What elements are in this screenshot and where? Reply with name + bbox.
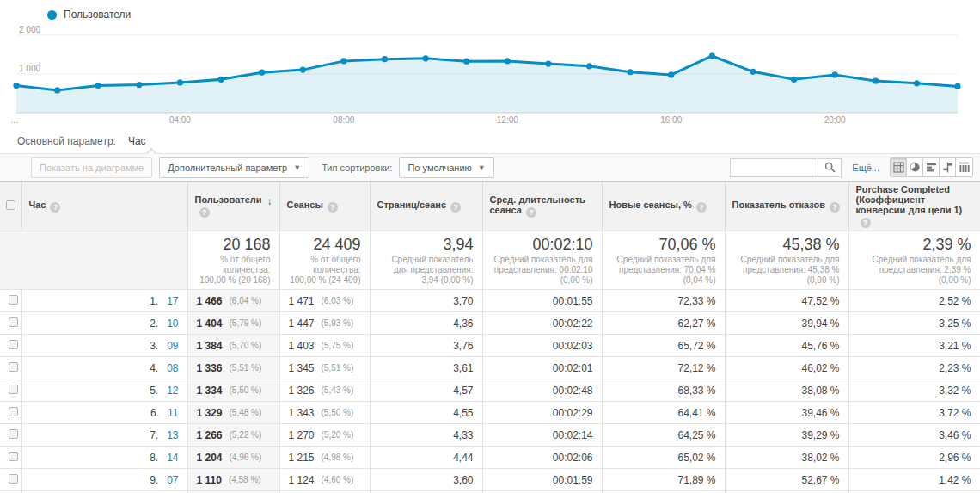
help-icon[interactable]: ?: [328, 202, 338, 213]
data-point[interactable]: [628, 69, 634, 75]
data-point[interactable]: [340, 58, 346, 64]
purchase-value: 2,96 %: [848, 447, 980, 469]
data-point[interactable]: [422, 55, 428, 61]
hour-link[interactable]: 12: [167, 385, 178, 397]
pages-per-session-value: 4,57: [370, 379, 482, 402]
data-point[interactable]: [832, 71, 838, 77]
data-point[interactable]: [463, 59, 469, 65]
hour-link[interactable]: 11: [168, 407, 178, 419]
sessions-percent: (5,75 %): [322, 341, 361, 350]
table-search-input[interactable]: [730, 158, 818, 177]
row-checkbox[interactable]: [9, 362, 18, 372]
comparison-view-button[interactable]: [940, 158, 956, 176]
data-point[interactable]: [505, 58, 511, 64]
table-row: 6.11 1 329(5,48 %) 1 343(5,50 %) 4,55 00…: [0, 402, 980, 424]
data-point[interactable]: [382, 56, 388, 62]
data-point[interactable]: [545, 60, 551, 66]
column-header-sessions[interactable]: Сеансы?: [279, 182, 370, 231]
column-header-bounce[interactable]: Показатель отказов?: [725, 182, 848, 231]
column-header-users[interactable]: ↓Пользователи?: [187, 182, 279, 231]
row-checkbox[interactable]: [9, 317, 18, 327]
data-point[interactable]: [300, 66, 306, 72]
row-checkbox[interactable]: [9, 429, 18, 439]
users-chart: 1 0002 000…04:0008:0012:0016:0020:00 Пол…: [0, 0, 980, 129]
avg-duration-value: 00:02:03: [482, 335, 602, 357]
data-point[interactable]: [668, 71, 674, 77]
data-point[interactable]: [217, 77, 224, 83]
hour-link[interactable]: 08: [167, 362, 178, 374]
new-sessions-value: 68,33 %: [602, 379, 725, 402]
select-all-checkbox[interactable]: [6, 200, 15, 210]
bounce-rate-value: 39,29 %: [725, 424, 848, 447]
line-chart[interactable]: 1 0002 000…04:0008:0012:0016:0020:00: [0, 0, 980, 129]
help-icon[interactable]: ?: [50, 202, 60, 213]
data-point[interactable]: [873, 78, 879, 84]
column-header-duration[interactable]: Сред. длительность сеанса?: [482, 182, 602, 231]
data-point[interactable]: [709, 52, 715, 59]
hour-link[interactable]: 09: [167, 340, 178, 352]
table-row: 2.10 1 404(5,79 %) 1 447(5,93 %) 4,36 00…: [0, 312, 980, 335]
users-value: 1 384: [197, 340, 223, 352]
row-checkbox[interactable]: [9, 452, 18, 461]
data-point[interactable]: [750, 69, 756, 75]
search-icon: [824, 162, 836, 173]
more-link[interactable]: Ещё...: [852, 163, 879, 173]
purchase-value: 3,46 %: [848, 424, 980, 447]
hour-link[interactable]: 10: [167, 317, 178, 330]
help-icon[interactable]: ?: [696, 202, 707, 213]
pivot-view-button[interactable]: [956, 158, 972, 176]
pages-per-session-value: 3,60: [370, 469, 482, 491]
data-point[interactable]: [914, 80, 920, 86]
users-percent: (5,79 %): [230, 318, 271, 328]
data-point[interactable]: [259, 70, 265, 76]
sort-desc-icon[interactable]: ↓: [267, 195, 273, 207]
new-sessions-value: 64,41 %: [602, 402, 725, 424]
column-header-pages[interactable]: Страниц/сеанс?: [370, 182, 482, 231]
row-checkbox[interactable]: [9, 295, 18, 305]
data-point[interactable]: [136, 82, 142, 88]
hour-link[interactable]: 17: [167, 295, 178, 307]
sessions-percent: (5,93 %): [322, 318, 361, 328]
table-view-button[interactable]: [891, 158, 907, 176]
help-icon[interactable]: ?: [830, 202, 840, 213]
new-sessions-value: 71,89 %: [602, 469, 725, 491]
secondary-dimension-dropdown[interactable]: Дополнительный параметр ▼: [159, 157, 309, 178]
data-point[interactable]: [954, 83, 960, 89]
row-checkbox[interactable]: [9, 385, 18, 394]
sort-type-dropdown[interactable]: По умолчанию ▼: [399, 157, 493, 178]
data-point[interactable]: [13, 83, 19, 89]
bounce-rate-value: 38,08 %: [725, 379, 848, 402]
avg-duration-value: 00:02:06: [482, 447, 602, 469]
dimension-hour-tab[interactable]: Час: [128, 135, 146, 147]
summary-pages: 3,94Средний показатель для представления…: [370, 231, 482, 290]
row-checkbox[interactable]: [9, 340, 18, 349]
row-checkbox[interactable]: [9, 474, 18, 484]
data-point[interactable]: [95, 83, 101, 89]
users-value: 1 329: [197, 407, 223, 419]
new-sessions-value: 64,25 %: [602, 424, 725, 447]
data-point[interactable]: [177, 79, 183, 85]
purchase-value: 3,72 %: [848, 402, 980, 424]
help-icon[interactable]: ?: [199, 207, 210, 218]
help-icon[interactable]: ?: [450, 202, 461, 213]
hour-link[interactable]: 13: [167, 429, 178, 441]
column-header-purchase[interactable]: Purchase Completed (Коэффициент конверси…: [848, 182, 980, 231]
summary-purchase: 2,39 %Средний показатель для представлен…: [848, 231, 980, 290]
header-row: Час? ↓Пользователи? Сеансы? Страниц/сеан…: [0, 182, 980, 231]
hour-link[interactable]: 07: [167, 474, 178, 486]
help-icon[interactable]: ?: [526, 207, 536, 218]
column-header-new-sessions[interactable]: Новые сеансы, %?: [602, 182, 725, 231]
data-point[interactable]: [54, 87, 60, 93]
row-checkbox[interactable]: [9, 407, 18, 416]
help-icon[interactable]: ?: [861, 218, 871, 228]
data-point[interactable]: [791, 77, 797, 83]
percentage-view-button[interactable]: [907, 158, 923, 176]
performance-view-button[interactable]: [923, 158, 940, 176]
summary-bounce: 45,38 %Средний показатель для представле…: [725, 231, 848, 290]
hour-link[interactable]: 14: [167, 452, 178, 464]
horizontal-bars-icon: [926, 162, 937, 173]
data-point[interactable]: [586, 63, 592, 69]
search-button[interactable]: [818, 158, 842, 177]
column-header-hour[interactable]: Час?: [21, 182, 187, 231]
plot-rows-button[interactable]: Показать на диаграмме: [31, 157, 152, 178]
